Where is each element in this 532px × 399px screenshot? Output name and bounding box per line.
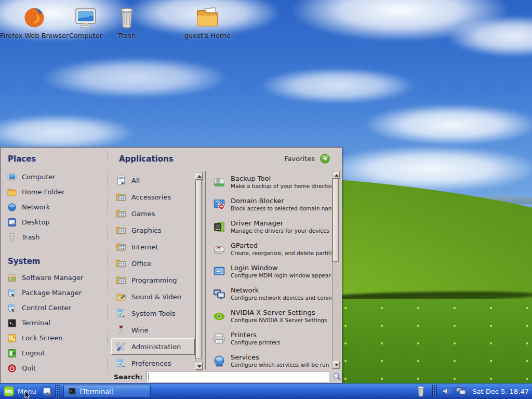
applications-header: Applications (119, 154, 174, 164)
system-item-icon (7, 303, 17, 313)
places-item-computer[interactable]: Computer (5, 169, 104, 184)
system-item-logout[interactable]: Logout (5, 345, 104, 361)
category-icon (115, 224, 127, 236)
category-administration[interactable]: Administration (111, 338, 195, 355)
volume-icon[interactable] (442, 386, 452, 396)
category-accessories[interactable]: Accessories (111, 189, 195, 205)
system-item-label: Software Manager (22, 274, 83, 282)
search-icon[interactable] (332, 371, 342, 382)
clock[interactable]: Sat Dec 5, 18:47 (470, 388, 529, 395)
system-item-terminal[interactable]: Terminal (5, 315, 104, 330)
desktop-icon-label: Firefox Web Browser (0, 32, 69, 39)
application-printers[interactable]: Printers Configure printers (209, 327, 331, 350)
category-graphics[interactable]: Graphics (111, 222, 195, 238)
application-network[interactable]: Network Configure network devices and co… (209, 283, 331, 305)
category-programming[interactable]: Programming (111, 272, 195, 288)
application-description: Configure network devices and connect... (231, 295, 331, 301)
category-sound-video[interactable]: Sound & Video (111, 288, 195, 305)
category-label: Sound & Video (131, 293, 181, 301)
places-item-trash[interactable]: Trash (5, 230, 104, 245)
places-item-home-folder[interactable]: Home Folder (5, 184, 104, 200)
category-icon (115, 274, 127, 286)
scrollbar-thumb[interactable] (195, 180, 202, 358)
system-item-icon (7, 318, 17, 328)
category-icon (115, 191, 127, 203)
system-item-icon (7, 273, 17, 283)
application-backup-tool[interactable]: Backup Tool Make a backup of your home d… (209, 171, 331, 193)
application-icon (212, 354, 226, 368)
mint-menu: Places Computer Home Folder Network (0, 147, 342, 383)
category-icon (115, 241, 127, 252)
application-title: Driver Manager (231, 219, 329, 228)
scroll-down-button[interactable] (195, 363, 203, 370)
category-label: Internet (131, 243, 158, 251)
desktop-icon-firefox-web-browser[interactable]: Firefox Web Browser (0, 5, 69, 39)
places-item-network[interactable]: Network (5, 200, 104, 215)
scroll-up-button[interactable] (332, 171, 340, 179)
category-list: All Accessories Games Graphics (111, 172, 195, 371)
category-system-tools[interactable]: System Tools (111, 305, 195, 322)
terminal-window-button[interactable]: [Terminal] (63, 385, 151, 397)
svg-text:lm: lm (5, 389, 12, 394)
category-preferences[interactable]: Preferences (111, 355, 195, 371)
application-login-window[interactable]: Login Window Configure MDM login window … (209, 260, 331, 283)
category-label: Games (131, 210, 155, 218)
cloud (42, 57, 229, 99)
trash-tray-icon[interactable] (415, 385, 427, 397)
application-icon (212, 287, 226, 301)
application-description: Make a backup of your home directory (231, 183, 331, 190)
application-description: Configure which services will be run wh.… (231, 362, 331, 368)
desktop-icon-trash[interactable]: Trash (98, 5, 156, 39)
desktop-icon-guest-s-home[interactable]: guest's Home (169, 5, 245, 39)
category-icon (115, 341, 127, 352)
places-item-desktop[interactable]: Desktop (5, 215, 104, 230)
places-item-label: Computer (22, 173, 56, 181)
text-caret (149, 373, 149, 381)
category-label: System Tools (131, 310, 176, 317)
application-scrollbar[interactable] (332, 171, 340, 369)
application-title: NVIDIA X Server Settings (231, 309, 327, 317)
application-description: Configure printers (231, 339, 280, 346)
system-item-control-center[interactable]: Control Center (5, 300, 104, 315)
system-item-package-manager[interactable]: Package Manager (5, 285, 104, 300)
category-icon (115, 208, 127, 219)
category-label: Office (131, 260, 151, 268)
terminal-icon (68, 387, 76, 395)
show-desktop-button[interactable] (41, 385, 53, 397)
application-gparted[interactable]: GParted Create, reorganize, and delete p… (209, 238, 331, 260)
network-tray-icon[interactable] (455, 385, 467, 397)
scroll-down-button[interactable] (332, 361, 340, 368)
places-list: Computer Home Folder Network Desktop (5, 169, 104, 245)
application-services[interactable]: Services Configure which services will b… (209, 350, 331, 369)
application-driver-manager[interactable]: Driver Manager Manage the drivers for yo… (209, 216, 331, 238)
system-item-icon (7, 333, 17, 343)
scrollbar-thumb[interactable] (332, 179, 339, 262)
application-nvidia-x-server-settings[interactable]: NVIDIA X Server Settings Configure NVIDI… (209, 305, 331, 327)
application-title: Printers (231, 331, 280, 339)
places-item-icon (7, 172, 17, 182)
search-label: Search: (114, 373, 143, 381)
category-wine[interactable]: Wine (111, 322, 195, 338)
system-item-software-manager[interactable]: Software Manager (5, 270, 104, 285)
favorites-arrow-button[interactable] (320, 153, 330, 164)
category-scrollbar[interactable] (195, 172, 203, 370)
places-item-icon (7, 187, 17, 197)
column-separator (108, 152, 108, 379)
application-icon (212, 220, 226, 234)
category-icon (115, 175, 127, 186)
application-domain-blocker[interactable]: Domain Blocker Block access to selected … (209, 193, 331, 216)
category-icon (115, 258, 127, 269)
system-item-quit[interactable]: Quit (5, 361, 104, 376)
category-internet[interactable]: Internet (111, 238, 195, 255)
category-office[interactable]: Office (111, 255, 195, 272)
tray-drag-handle[interactable] (432, 385, 437, 397)
category-games[interactable]: Games (111, 205, 195, 222)
applications-separator (205, 171, 206, 369)
search-input[interactable] (147, 371, 329, 382)
scroll-up-button[interactable] (195, 172, 203, 180)
menu-button[interactable]: lm Menu (0, 383, 41, 399)
application-title: Login Window (231, 264, 331, 272)
panel-drag-handle[interactable] (55, 385, 60, 397)
category-all[interactable]: All (111, 172, 195, 189)
system-item-lock-screen[interactable]: Lock Screen (5, 330, 104, 345)
